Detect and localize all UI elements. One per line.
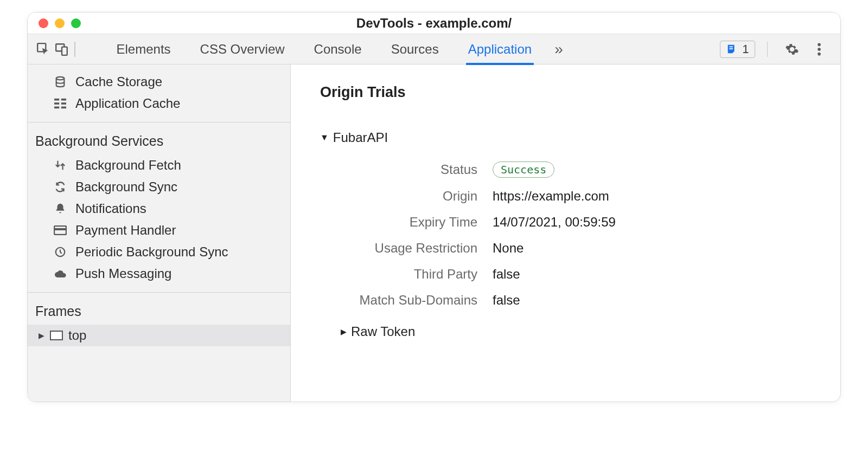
separator xyxy=(28,122,290,122)
sidebar-item-application-cache[interactable]: Application Cache xyxy=(28,93,290,114)
label-match-subdomains: Match Sub-Domains xyxy=(320,293,493,308)
devtools-window: DevTools - example.com/ Elements CSS Ove… xyxy=(27,12,841,402)
device-toggle-icon[interactable] xyxy=(53,40,71,59)
origin-trials-panel: Origin Trials ▼ FubarAPI Status Success … xyxy=(291,64,840,402)
issues-badge[interactable]: 1 xyxy=(720,41,755,58)
titlebar: DevTools - example.com/ xyxy=(28,12,840,34)
value-match-subdomains: false xyxy=(493,293,520,308)
trial-name: FubarAPI xyxy=(333,130,388,145)
svg-rect-12 xyxy=(61,102,66,105)
chevron-right-icon: ▶ xyxy=(341,327,347,336)
sidebar-section-background-services[interactable]: Background Services xyxy=(28,130,290,154)
label-expiry: Expiry Time xyxy=(320,215,493,230)
svg-rect-11 xyxy=(54,102,59,105)
svg-point-5 xyxy=(818,43,821,46)
label-origin: Origin xyxy=(320,189,493,204)
value-origin: https://example.com xyxy=(493,189,609,204)
main-toolbar: Elements CSS Overview Console Sources Ap… xyxy=(28,34,840,64)
clock-icon xyxy=(53,247,68,257)
svg-rect-14 xyxy=(61,107,66,109)
separator xyxy=(28,292,290,293)
sidebar-item-label: Notifications xyxy=(75,201,146,216)
sidebar-item-payment-handler[interactable]: Payment Handler xyxy=(28,219,290,241)
sidebar-item-push-messaging[interactable]: Push Messaging xyxy=(28,263,290,285)
separator xyxy=(74,42,75,57)
value-third-party: false xyxy=(493,267,520,282)
issues-count: 1 xyxy=(742,42,749,56)
value-usage-restriction: None xyxy=(493,241,524,256)
separator xyxy=(767,42,768,57)
label-status: Status xyxy=(320,162,493,177)
svg-rect-16 xyxy=(54,228,66,230)
sidebar-item-background-fetch[interactable]: Background Fetch xyxy=(28,154,290,176)
tab-application[interactable]: Application xyxy=(458,34,541,64)
bell-icon xyxy=(53,203,68,214)
sidebar-item-notifications[interactable]: Notifications xyxy=(28,198,290,219)
frame-icon xyxy=(50,331,63,340)
sidebar-item-label: Application Cache xyxy=(75,96,180,111)
more-tabs-icon[interactable]: » xyxy=(551,41,566,58)
sidebar-item-label: Background Fetch xyxy=(75,158,181,173)
chevron-down-icon: ▼ xyxy=(320,133,329,143)
application-sidebar: Cache Storage Application Cache Backgrou… xyxy=(28,64,291,402)
sidebar-item-cache-storage[interactable]: Cache Storage xyxy=(28,71,290,93)
sidebar-item-background-sync[interactable]: Background Sync xyxy=(28,176,290,198)
more-icon[interactable] xyxy=(810,40,828,59)
credit-card-icon xyxy=(53,225,68,236)
cloud-icon xyxy=(53,268,68,279)
svg-rect-2 xyxy=(62,47,67,55)
tab-elements[interactable]: Elements xyxy=(107,34,181,64)
svg-point-8 xyxy=(56,77,65,80)
tab-sources[interactable]: Sources xyxy=(381,34,449,64)
raw-token-row[interactable]: ▶ Raw Token xyxy=(341,322,811,341)
svg-rect-9 xyxy=(54,99,59,101)
status-badge: Success xyxy=(493,161,554,178)
svg-rect-10 xyxy=(61,99,66,101)
svg-rect-4 xyxy=(730,48,733,49)
window-title: DevTools - example.com/ xyxy=(28,16,840,31)
tab-css-overview[interactable]: CSS Overview xyxy=(190,34,295,64)
sidebar-item-label: Push Messaging xyxy=(75,266,171,281)
svg-rect-13 xyxy=(54,107,59,109)
sidebar-item-frame-top[interactable]: ▶ top xyxy=(28,325,290,346)
svg-point-7 xyxy=(818,52,821,55)
sidebar-item-label: Periodic Background Sync xyxy=(75,244,228,260)
sidebar-item-label: Cache Storage xyxy=(75,74,162,89)
sidebar-item-periodic-background-sync[interactable]: Periodic Background Sync xyxy=(28,241,290,263)
sidebar-item-label: top xyxy=(68,328,86,343)
sidebar-item-label: Payment Handler xyxy=(75,223,176,238)
label-usage-restriction: Usage Restriction xyxy=(320,241,493,256)
trial-row[interactable]: ▼ FubarAPI xyxy=(320,128,811,147)
chevron-right-icon: ▶ xyxy=(39,331,44,340)
value-expiry: 14/07/2021, 00:59:59 xyxy=(493,215,616,230)
svg-point-6 xyxy=(818,48,821,51)
label-third-party: Third Party xyxy=(320,267,493,282)
tab-console[interactable]: Console xyxy=(304,34,372,64)
sync-icon xyxy=(53,182,68,192)
panel-title: Origin Trials xyxy=(320,84,811,101)
settings-icon[interactable] xyxy=(783,40,801,59)
background-fetch-icon xyxy=(53,160,68,171)
sidebar-item-label: Background Sync xyxy=(75,179,177,195)
grid-icon xyxy=(53,98,68,109)
sidebar-section-frames[interactable]: Frames xyxy=(28,300,290,325)
svg-rect-3 xyxy=(730,46,733,47)
database-icon xyxy=(53,76,68,87)
inspect-element-icon[interactable] xyxy=(34,40,53,59)
raw-token-label: Raw Token xyxy=(351,324,415,339)
